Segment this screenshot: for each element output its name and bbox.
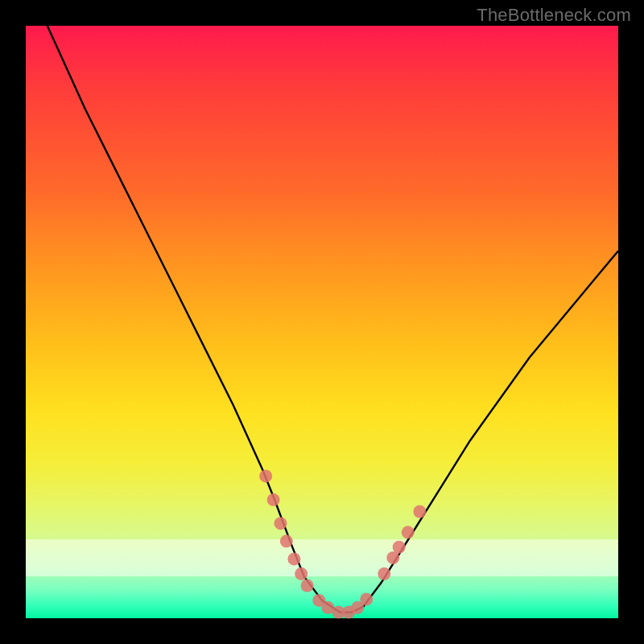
- cluster-dot: [402, 526, 415, 539]
- cluster-dot: [360, 592, 373, 605]
- chart-frame: TheBottleneck.com: [0, 0, 644, 644]
- bottleneck-curve: [26, 0, 618, 613]
- cluster-dot: [275, 517, 287, 530]
- cluster-dot: [413, 506, 426, 518]
- cluster-dot: [393, 541, 406, 554]
- watermark-text: TheBottleneck.com: [477, 5, 631, 26]
- cluster-dot: [280, 535, 293, 547]
- cluster-dot: [378, 568, 390, 580]
- cluster-dot: [267, 493, 280, 506]
- curve-layer: [26, 26, 618, 618]
- dot-cluster: [259, 469, 426, 618]
- cluster-dot: [259, 469, 272, 482]
- cluster-dot: [295, 568, 308, 580]
- cluster-dot: [301, 580, 314, 592]
- plot-area: [26, 26, 618, 618]
- cluster-dot: [287, 552, 300, 565]
